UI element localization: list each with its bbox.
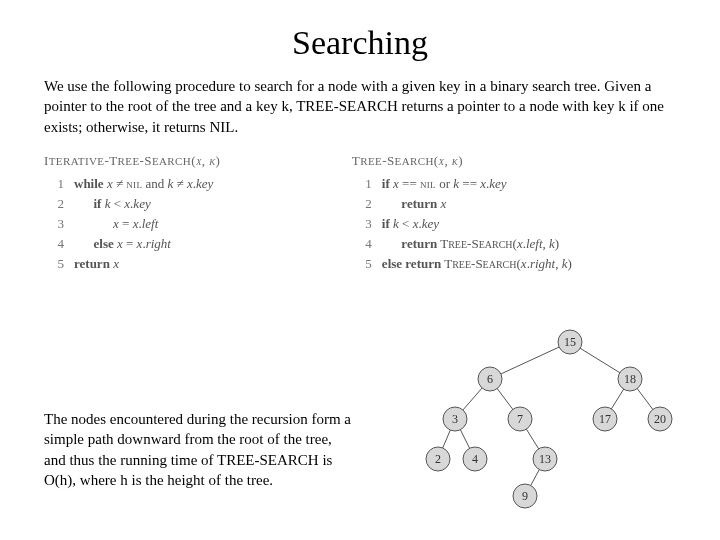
iter-line-4: else x = x.right (74, 234, 171, 254)
svg-text:9: 9 (522, 489, 528, 503)
node-6: 6 (478, 367, 502, 391)
svg-text:2: 2 (435, 452, 441, 466)
svg-text:4: 4 (472, 452, 478, 466)
node-9: 9 (513, 484, 537, 508)
svg-text:20: 20 (654, 412, 666, 426)
node-2: 2 (426, 447, 450, 471)
svg-text:7: 7 (517, 412, 523, 426)
iterative-algorithm: ITERATIVE-TREE-SEARCH(x, k) 1while x ≠ n… (44, 151, 326, 275)
recursive-algorithm: TREE-SEARCH(x, k) 1if x == nil or k == x… (352, 151, 676, 275)
node-7: 7 (508, 407, 532, 431)
iter-line-1: while x ≠ nil and k ≠ x.key (74, 174, 213, 194)
svg-text:17: 17 (599, 412, 611, 426)
iter-line-3: x = x.left (74, 214, 158, 234)
svg-line-0 (490, 342, 570, 379)
rec-line-2: return x (382, 194, 446, 214)
svg-text:6: 6 (487, 372, 493, 386)
rec-line-3: if k < x.key (382, 214, 439, 234)
svg-text:13: 13 (539, 452, 551, 466)
iterative-heading: ITERATIVE-TREE-SEARCH(x, k) (44, 151, 326, 171)
node-17: 17 (593, 407, 617, 431)
slide-title: Searching (0, 24, 720, 62)
iter-line-5: return x (74, 254, 119, 274)
rec-line-1: if x == nil or k == x.key (382, 174, 507, 194)
rec-line-4: return TREE-SEARCH(x.left, k) (382, 234, 559, 254)
algorithms-row: ITERATIVE-TREE-SEARCH(x, k) 1while x ≠ n… (44, 151, 676, 275)
recursive-heading: TREE-SEARCH(x, k) (352, 151, 676, 171)
footnote-paragraph: The nodes encountered during the recursi… (44, 409, 354, 490)
rec-line-5: else return TREE-SEARCH(x.right, k) (382, 254, 572, 274)
node-20: 20 (648, 407, 672, 431)
svg-text:18: 18 (624, 372, 636, 386)
node-15: 15 (558, 330, 582, 354)
node-4: 4 (463, 447, 487, 471)
node-13: 13 (533, 447, 557, 471)
svg-text:15: 15 (564, 335, 576, 349)
node-3: 3 (443, 407, 467, 431)
svg-text:3: 3 (452, 412, 458, 426)
node-18: 18 (618, 367, 642, 391)
iter-line-2: if k < x.key (74, 194, 151, 214)
bst-diagram: 15 6 18 3 7 17 20 2 4 13 9 (420, 324, 680, 514)
intro-paragraph: We use the following procedure to search… (44, 76, 676, 137)
